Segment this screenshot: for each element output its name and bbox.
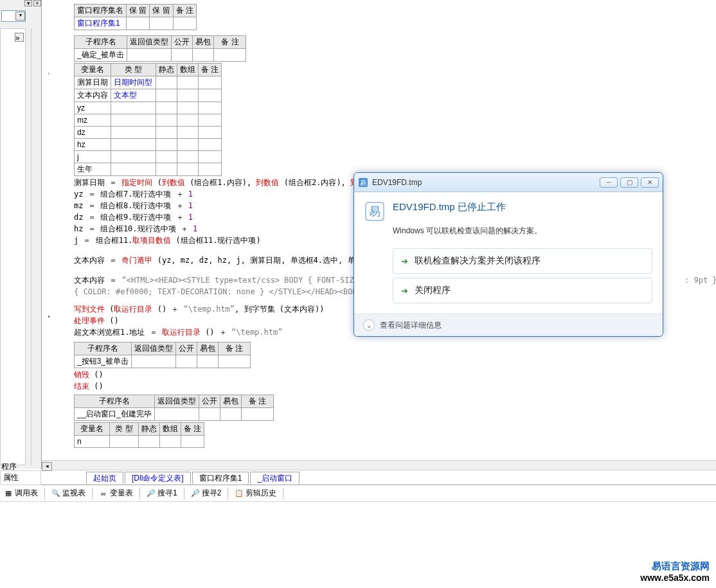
td[interactable] bbox=[199, 89, 222, 102]
td[interactable]: 生年 bbox=[75, 163, 111, 176]
tab-window-set-1[interactable]: 窗口程序集1 bbox=[192, 472, 249, 485]
td[interactable]: yz bbox=[75, 102, 111, 114]
td[interactable] bbox=[199, 151, 222, 163]
tool-clipboard-history[interactable]: 📋剪辑历史 bbox=[232, 487, 279, 499]
code-line[interactable]: 结束 () bbox=[74, 381, 716, 392]
td[interactable] bbox=[199, 127, 222, 139]
scroll-left-icon[interactable]: ◂ bbox=[42, 462, 52, 471]
close-button[interactable]: ✕ bbox=[641, 177, 659, 188]
table-variables-1: 变量名类 型静态数组备 注 测算日期日期时间型 文本内容文本型 yz mz dz… bbox=[74, 63, 222, 176]
td[interactable] bbox=[177, 151, 199, 163]
expand-details-button[interactable]: ⌄ bbox=[363, 319, 375, 331]
tool-call-table[interactable]: ▦调用表 bbox=[1, 487, 40, 499]
td[interactable] bbox=[177, 102, 199, 114]
td[interactable] bbox=[173, 17, 196, 30]
td[interactable] bbox=[155, 408, 199, 421]
td[interactable] bbox=[177, 163, 199, 176]
tool-watch[interactable]: 🔍监视表 bbox=[49, 487, 88, 499]
separator bbox=[139, 488, 140, 499]
left-combo[interactable]: ▾ bbox=[1, 10, 26, 22]
td[interactable]: dz bbox=[75, 127, 111, 139]
td[interactable]: mz bbox=[75, 114, 111, 127]
td[interactable] bbox=[177, 139, 199, 151]
td[interactable] bbox=[193, 49, 214, 62]
tool-vars[interactable]: ∞变量表 bbox=[96, 487, 136, 499]
chevron-down-icon[interactable]: ▾ bbox=[15, 12, 25, 21]
td[interactable] bbox=[177, 127, 199, 139]
td[interactable] bbox=[177, 76, 199, 89]
td[interactable] bbox=[127, 49, 172, 62]
td[interactable] bbox=[132, 355, 176, 368]
td[interactable] bbox=[156, 76, 177, 89]
td[interactable] bbox=[111, 102, 156, 114]
th: 数组 bbox=[160, 423, 181, 436]
tab-start-window[interactable]: _启动窗口 bbox=[250, 472, 300, 485]
td[interactable] bbox=[219, 355, 251, 368]
tab-start-page[interactable]: 起始页 bbox=[86, 472, 123, 485]
td[interactable] bbox=[199, 163, 222, 176]
td[interactable] bbox=[156, 89, 177, 102]
td[interactable]: n bbox=[75, 436, 110, 448]
ruler-chevrons-icon[interactable]: » bbox=[15, 33, 24, 42]
horizontal-scrollbar[interactable]: ◂ bbox=[42, 460, 716, 470]
td[interactable]: 文本内容 bbox=[75, 89, 111, 102]
td[interactable]: 测算日期 bbox=[75, 76, 111, 89]
td[interactable] bbox=[181, 436, 204, 448]
td[interactable] bbox=[199, 76, 222, 89]
td[interactable] bbox=[199, 139, 222, 151]
td[interactable]: 文本型 bbox=[111, 89, 156, 102]
td[interactable] bbox=[177, 89, 199, 102]
td[interactable] bbox=[156, 102, 177, 114]
td[interactable] bbox=[156, 151, 177, 163]
details-label[interactable]: 查看问题详细信息 bbox=[380, 320, 442, 331]
tab-dll-commands[interactable]: [Dll命令定义表] bbox=[125, 472, 191, 485]
td[interactable] bbox=[214, 49, 246, 62]
tool-find2[interactable]: 🔎搜寻2 bbox=[188, 487, 224, 499]
td[interactable]: _确定_被单击 bbox=[75, 49, 127, 62]
table-program-set: 窗口程序集名保 留保 留备 注 窗口程序集1 bbox=[74, 4, 197, 30]
td[interactable] bbox=[111, 163, 156, 176]
td[interactable] bbox=[156, 114, 177, 127]
td[interactable] bbox=[156, 139, 177, 151]
left-vscroll[interactable] bbox=[31, 28, 41, 465]
tool-find1[interactable]: 🔎搜寻1 bbox=[144, 487, 180, 499]
td[interactable]: 日期时间型 bbox=[111, 76, 156, 89]
td[interactable]: 窗口程序集1 bbox=[75, 17, 127, 30]
td[interactable] bbox=[199, 408, 220, 421]
td[interactable] bbox=[111, 114, 156, 127]
option-check-online[interactable]: ➔ 联机检查解决方案并关闭该程序 bbox=[393, 248, 652, 274]
properties-panel-label[interactable]: 属性 bbox=[0, 470, 41, 485]
td[interactable] bbox=[110, 436, 139, 448]
td[interactable] bbox=[150, 17, 173, 30]
td[interactable] bbox=[111, 127, 156, 139]
td[interactable] bbox=[199, 102, 222, 114]
td[interactable] bbox=[111, 151, 156, 163]
td[interactable] bbox=[156, 163, 177, 176]
td[interactable]: hz bbox=[75, 139, 111, 151]
maximize-button[interactable]: ▢ bbox=[620, 177, 638, 188]
minimize-button[interactable]: ─ bbox=[600, 177, 618, 188]
td[interactable] bbox=[197, 355, 219, 368]
dialog-titlebar[interactable]: 易 EDV19FD.tmp ─ ▢ ✕ bbox=[354, 173, 663, 192]
td[interactable] bbox=[160, 436, 181, 448]
panel-dropdown-icon[interactable]: ▾ bbox=[24, 0, 32, 6]
arrow-right-icon: ➔ bbox=[401, 286, 408, 296]
td[interactable] bbox=[127, 17, 150, 30]
panel-close-icon[interactable]: × bbox=[33, 0, 41, 6]
td[interactable] bbox=[139, 436, 160, 448]
td[interactable]: j bbox=[75, 151, 111, 163]
td[interactable] bbox=[220, 408, 242, 421]
th: 备 注 bbox=[199, 64, 222, 76]
td[interactable] bbox=[242, 408, 274, 421]
code-line[interactable]: 销毁 () bbox=[74, 370, 716, 380]
td[interactable]: _按钮3_被单击 bbox=[75, 355, 132, 368]
td[interactable] bbox=[156, 127, 177, 139]
td[interactable] bbox=[111, 139, 156, 151]
td[interactable] bbox=[177, 114, 199, 127]
th: 保 留 bbox=[150, 4, 173, 17]
td[interactable] bbox=[176, 355, 197, 368]
td[interactable] bbox=[172, 49, 193, 62]
td[interactable] bbox=[199, 114, 222, 127]
option-close-program[interactable]: ➔ 关闭程序 bbox=[393, 278, 652, 303]
td[interactable]: __启动窗口_创建完毕 bbox=[75, 408, 155, 421]
